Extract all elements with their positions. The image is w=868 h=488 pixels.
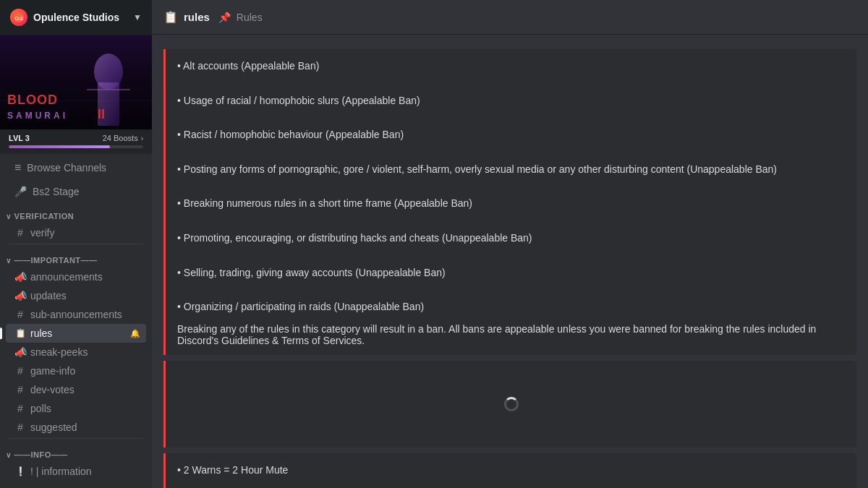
channel-name-label: updates: [30, 290, 140, 301]
category-important[interactable]: ∨ ——IMPORTANT——: [0, 246, 152, 267]
text-channel-icon: #: [14, 365, 26, 377]
text-channel-icon: #: [14, 403, 26, 414]
ban-rule-7: • Selling, trading, giving away accounts…: [177, 265, 845, 282]
ban-rule-2: • Usage of racial / homophobic slurs (Ap…: [177, 93, 845, 110]
browse-channels-button[interactable]: ≡ Browse Channels: [6, 155, 146, 180]
loading-section: [163, 361, 856, 448]
channel-name-label: sneak-peeks: [30, 346, 140, 358]
server-level: LVL 3: [9, 134, 30, 142]
svg-text:OS: OS: [14, 15, 23, 22]
announcement-icon: 📣: [14, 346, 26, 358]
loading-spinner: [177, 382, 845, 426]
channel-name-label: ! | information: [30, 466, 140, 477]
sidebar-item-updates[interactable]: 📣 updates: [6, 286, 146, 305]
stage-label: Bs2 Stage: [33, 186, 80, 197]
announcement-icon: 📣: [14, 271, 26, 283]
ban-rule-6: • Promoting, encouraging, or distributin…: [177, 230, 845, 247]
boost-progress-fill: [9, 145, 110, 148]
ban-rule-8: • Organizing / participating in raids (U…: [177, 299, 845, 316]
category-chevron-icon: ∨: [6, 213, 12, 221]
warn-rules-list: • 2 Warns = 2 Hour Mute • 3 Warns = Kick…: [177, 462, 845, 488]
stage-icon: 🎤: [14, 186, 27, 197]
channel-name-label: verify: [30, 227, 140, 239]
server-icon: OS: [10, 9, 27, 26]
section-divider: [9, 438, 143, 439]
category-info[interactable]: ∨ ——INFO——: [0, 440, 152, 462]
ban-rule-4: • Posting any forms of pornographic, gor…: [177, 161, 845, 179]
browse-channels-icon: ≡: [14, 161, 21, 174]
server-name: Opulence Studios: [33, 12, 119, 23]
sidebar-item-dev-votes[interactable]: # dev-votes: [6, 380, 146, 399]
channel-header: 📋 rules 📌 Rules: [152, 0, 868, 35]
sidebar: OS Opulence Studios ▼: [0, 0, 152, 488]
channel-name-label: announcements: [30, 271, 140, 283]
section-divider: [9, 244, 143, 244]
channel-name-label: polls: [30, 403, 140, 414]
announcement-icon: 📣: [14, 290, 26, 301]
sidebar-item-information[interactable]: ❕ ! | information: [6, 462, 146, 481]
channel-name-label: suggested: [30, 421, 140, 433]
browse-channels-label: Browse Channels: [27, 162, 106, 174]
ban-footer-text: Breaking any of the rules in this catego…: [177, 323, 845, 346]
channel-header-name: rules: [184, 11, 210, 23]
ban-rule-3: • Racist / homophobic behaviour (Appeala…: [177, 127, 845, 144]
channel-list: 🎤 Bs2 Stage ∨ VERIFICATION # verify ∨ ——…: [0, 181, 152, 488]
sidebar-item-sub-announcements[interactable]: # sub-announcements: [6, 305, 146, 324]
ban-rules-embed: • Alt accounts (Appealable Ban) • Usage …: [163, 49, 856, 355]
text-channel-icon: ❕: [14, 466, 26, 476]
spinner-animation: [504, 397, 519, 411]
sidebar-item-sneak-peeks[interactable]: 📣 sneak-peeks: [6, 343, 146, 361]
boost-count[interactable]: 24 Boosts ›: [103, 134, 143, 142]
channel-name-label: dev-votes: [30, 384, 140, 395]
text-channel-icon: #: [14, 227, 26, 239]
channel-name-label: game-info: [30, 365, 140, 377]
rules-channel-icon: 📋: [14, 328, 26, 338]
boost-chevron-icon: ›: [141, 134, 143, 142]
category-chevron-icon: ∨: [6, 451, 12, 459]
channel-name-label: sub-announcements: [30, 309, 140, 320]
category-chevron-icon: ∨: [6, 257, 12, 265]
pin-icon: 📌: [218, 12, 231, 23]
server-banner: BLOOD SAMURAI II: [0, 35, 152, 129]
warn-rules-embed: • 2 Warns = 2 Hour Mute • 3 Warns = Kick…: [163, 453, 856, 488]
text-channel-icon: #: [14, 421, 26, 433]
warn-rule-1: • 2 Warns = 2 Hour Mute: [177, 462, 845, 479]
sidebar-item-verify[interactable]: # verify: [6, 223, 146, 242]
text-channel-icon: #: [14, 309, 26, 320]
category-label: ——INFO——: [14, 450, 68, 459]
messages-area[interactable]: • Alt accounts (Appealable Ban) • Usage …: [152, 35, 868, 488]
sidebar-item-game-info[interactable]: # game-info: [6, 361, 146, 380]
sidebar-item-rules[interactable]: 📋 rules 🔔: [6, 324, 146, 343]
text-channel-icon: #: [14, 384, 26, 395]
channel-header-icon: 📋: [163, 10, 178, 24]
channel-name-label: rules: [30, 328, 126, 339]
main-content: 📋 rules 📌 Rules • Alt accounts (Appealab…: [152, 0, 868, 488]
sidebar-item-stage[interactable]: 🎤 Bs2 Stage: [6, 181, 146, 202]
category-label: VERIFICATION: [14, 212, 75, 221]
sidebar-item-announcements[interactable]: 📣 announcements: [6, 267, 146, 286]
svg-text:BLOOD: BLOOD: [7, 93, 58, 107]
server-chevron-icon: ▼: [133, 12, 142, 22]
ban-rules-list: • Alt accounts (Appealable Ban) • Usage …: [177, 58, 845, 316]
sidebar-item-polls[interactable]: # polls: [6, 399, 146, 418]
ban-rule-1: • Alt accounts (Appealable Ban): [177, 58, 845, 75]
svg-text:II: II: [98, 107, 105, 121]
category-verification[interactable]: ∨ VERIFICATION: [0, 202, 152, 223]
server-header[interactable]: OS Opulence Studios ▼: [0, 0, 152, 35]
svg-text:SAMURAI: SAMURAI: [7, 111, 68, 121]
sidebar-item-suggested[interactable]: # suggested: [6, 418, 146, 437]
channel-header-rules-label: Rules: [237, 12, 263, 23]
boost-bar: LVL 3 24 Boosts ›: [0, 129, 152, 154]
boost-progress-track: [9, 145, 143, 148]
channel-badge: 🔔: [130, 329, 140, 338]
ban-rule-5: • Breaking numerous rules in a short tim…: [177, 195, 845, 213]
category-label: ——IMPORTANT——: [14, 256, 98, 265]
